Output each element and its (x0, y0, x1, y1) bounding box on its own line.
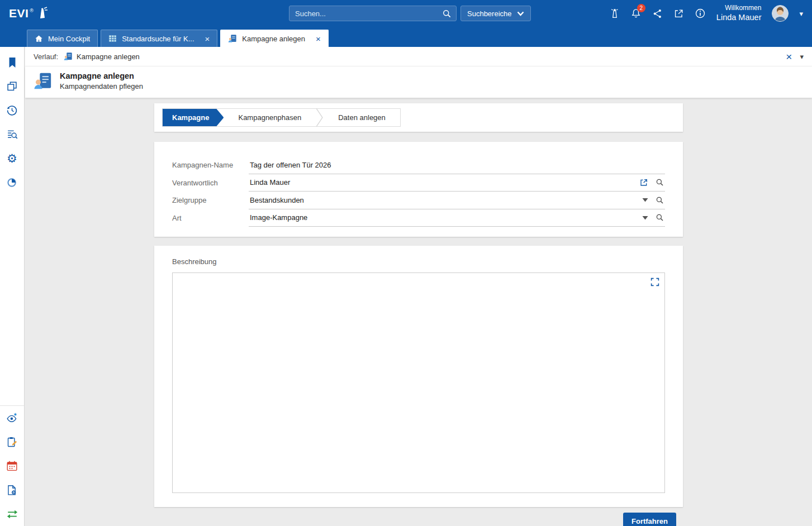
sidebar-item-windows[interactable] (0, 74, 24, 98)
tab-label: Kampagne anlegen (242, 35, 305, 43)
page-title: Kampagne anlegen (60, 71, 143, 80)
tab-mein-cockpit[interactable]: Mein Cockpit (27, 30, 98, 47)
sidebar-item-search-records[interactable] (0, 122, 24, 146)
logo-registered-mark: ® (30, 8, 34, 13)
lighthouse-logo-icon (36, 7, 48, 20)
description-card: Beschreibung (154, 246, 683, 507)
notifications-bell-icon[interactable]: 2 (630, 7, 642, 20)
sidebar-item-history[interactable] (0, 98, 24, 122)
global-search (289, 6, 457, 21)
wizard-step-kampagnenphasen[interactable]: Kampagnenphasen (224, 109, 316, 126)
page-subtitle: Kampagnendaten pflegen (60, 82, 143, 90)
lookup-search-icon[interactable] (656, 196, 664, 204)
calendar-icon (6, 460, 18, 472)
app-logo[interactable]: EVI ® (9, 7, 48, 20)
description-textarea[interactable] (173, 273, 664, 492)
footer-actions: Fortfahren (154, 507, 683, 526)
search-scopes-button[interactable]: Suchbereiche (460, 6, 531, 21)
description-box (172, 272, 665, 493)
chevron-down-icon (517, 11, 524, 16)
table-icon (108, 35, 117, 42)
verantwortlich-field[interactable]: Linda Mauer (249, 174, 665, 192)
history-row: Verlauf: Kampagne anlegen × ▾ (25, 47, 812, 66)
field-value: Bestandskunden (250, 196, 642, 204)
topbar: EVI ® Suchbereiche (0, 0, 812, 27)
field-value: Linda Mauer (250, 178, 639, 187)
field-row-zielgruppe: Zielgruppe Bestandskunden (172, 192, 665, 209)
welcome-line1: Willkommen (716, 4, 762, 13)
description-label: Beschreibung (172, 257, 665, 266)
campaign-icon (228, 34, 237, 43)
document-gear-icon (6, 484, 18, 496)
sidebar-item-bookmarks[interactable] (0, 50, 24, 74)
chevron-down-icon[interactable]: ▾ (800, 52, 804, 61)
dropdown-chevron-icon[interactable] (642, 216, 648, 220)
tab-label: Standardsuche für K... (122, 35, 194, 43)
notification-count-badge: 2 (637, 4, 645, 12)
eye-star-icon (6, 412, 18, 424)
lookup-search-icon[interactable] (656, 213, 664, 222)
search-icon[interactable] (438, 9, 456, 18)
lookup-search-icon[interactable] (656, 178, 664, 187)
welcome-user-name: Linda Mauer (716, 12, 762, 23)
icon-sidebar: ⚙ (0, 47, 25, 526)
history-clock-icon (6, 104, 18, 116)
wizard-step-daten-anlegen[interactable]: Daten anlegen (324, 109, 400, 126)
field-label: Art (172, 214, 249, 222)
campaign-icon (64, 52, 73, 61)
expand-fullscreen-icon[interactable] (650, 278, 659, 286)
user-avatar[interactable] (772, 5, 789, 22)
user-menu-chevron-icon[interactable]: ▾ (799, 9, 803, 18)
step-separator-chevron-icon (316, 109, 324, 126)
page-header: Kampagne anlegen Kampagnendaten pflegen (25, 66, 812, 98)
sidebar-item-sync[interactable] (0, 502, 24, 526)
sidebar-item-notes[interactable] (0, 430, 24, 454)
pie-chart-icon (6, 176, 18, 188)
info-icon[interactable] (695, 8, 706, 19)
zielgruppe-field[interactable]: Bestandskunden (249, 192, 665, 209)
open-record-icon[interactable] (639, 178, 648, 187)
field-label: Zielgruppe (172, 196, 249, 204)
open-tabs-bar: Mein Cockpit Standardsuche für K... × (0, 27, 812, 47)
sidebar-item-settings[interactable]: ⚙ (0, 146, 24, 170)
continue-button[interactable]: Fortfahren (623, 513, 676, 526)
field-row-verantwortlich: Verantwortlich Linda Mauer (172, 174, 665, 192)
field-label: Kampagnen-Name (172, 161, 249, 169)
home-icon (35, 35, 43, 42)
dropdown-chevron-icon[interactable] (642, 198, 648, 202)
field-row-art: Art Image-Kampagne (172, 209, 665, 227)
search-input[interactable] (289, 9, 438, 18)
sidebar-item-watchlist[interactable] (0, 406, 24, 430)
wizard-step-label: Daten anlegen (338, 113, 386, 122)
wizard-step-label: Kampagnenphasen (238, 113, 301, 122)
sidebar-item-reports[interactable] (0, 170, 24, 194)
field-value: Tag der offenen Tür 2026 (250, 161, 664, 169)
tab-standardsuche[interactable]: Standardsuche für K... × (101, 30, 217, 47)
tab-close-icon[interactable]: × (205, 35, 210, 43)
sidebar-item-document-settings[interactable] (0, 478, 24, 502)
sidebar-item-calendar[interactable] (0, 454, 24, 478)
wizard-step-label: Kampagne (172, 113, 209, 122)
topbar-actions: 2 Willkommen Linda Mauer (609, 4, 803, 23)
sync-arrows-icon (6, 509, 18, 519)
history-item-kampagne-anlegen[interactable]: Kampagne anlegen (64, 52, 140, 61)
share-icon[interactable] (652, 8, 663, 19)
open-in-new-icon[interactable] (673, 8, 684, 19)
kampagnen-name-field[interactable]: Tag der offenen Tür 2026 (249, 156, 665, 174)
close-icon[interactable]: × (786, 51, 792, 62)
tab-kampagne-anlegen[interactable]: Kampagne anlegen × (220, 30, 329, 47)
wizard-steps: Kampagne Kampagnenphasen Daten anlegen (162, 108, 401, 127)
main-area: Verlauf: Kampagne anlegen × ▾ (25, 47, 812, 526)
bookmark-icon (7, 56, 18, 69)
history-actions: × ▾ (786, 51, 804, 62)
tab-close-icon[interactable]: × (316, 35, 321, 43)
tab-label: Mein Cockpit (48, 35, 90, 43)
field-row-kampagnen-name: Kampagnen-Name Tag der offenen Tür 2026 (172, 156, 665, 174)
field-label: Verantwortlich (172, 179, 249, 187)
lighthouse-icon[interactable] (609, 7, 620, 20)
art-field[interactable]: Image-Kampagne (249, 209, 665, 227)
page-title-block: Kampagne anlegen Kampagnendaten pflegen (60, 71, 143, 90)
logo-text: EVI (9, 7, 29, 20)
wizard-step-kampagne[interactable]: Kampagne (163, 109, 224, 126)
clipboard-edit-icon (6, 436, 18, 448)
